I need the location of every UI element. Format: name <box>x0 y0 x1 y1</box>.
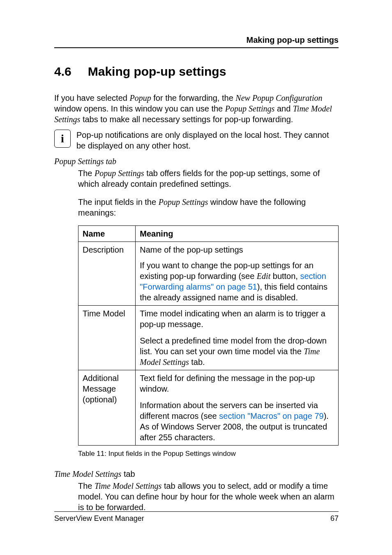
popup-settings-tab-heading: Popup Settings tab <box>54 157 339 166</box>
table-caption: Table 11: Input fields in the Popup Sett… <box>78 450 339 458</box>
table-header-meaning: Meaning <box>136 226 339 242</box>
popup-tab-para1: The Popup Settings tab offers fields for… <box>78 168 339 189</box>
popup-tab-para2: The input fields in the Popup Settings w… <box>78 197 339 218</box>
popup-settings-table: Name Meaning Description Name of the pop… <box>78 225 339 446</box>
table-cell-name: Additional Message (optional) <box>78 370 136 446</box>
table-cell-name: Description <box>78 242 136 258</box>
table-cell-meaning: Name of the pop-up settings <box>136 242 339 258</box>
table-cell-meaning: Time model indicating when an alarm is t… <box>136 306 339 370</box>
table-row: Description Name of the pop-up settings <box>78 242 339 258</box>
table-cell-name-cont <box>78 258 136 306</box>
table-header-row: Name Meaning <box>78 226 339 242</box>
info-icon: i <box>54 130 71 148</box>
info-note: i Pop-up notifications are only displaye… <box>54 130 339 151</box>
time-model-tab-heading: Time Model Settings tab <box>54 469 339 479</box>
table-cell-meaning: If you want to change the pop-up setting… <box>136 258 339 306</box>
footer-left: ServerView Event Manager <box>54 514 144 523</box>
macros-link[interactable]: section "Macros" on page 79 <box>219 411 323 420</box>
info-note-text: Pop-up notifications are only displayed … <box>76 130 339 151</box>
table-row: If you want to change the pop-up setting… <box>78 258 339 306</box>
table-header-name: Name <box>78 226 136 242</box>
footer-page-number: 67 <box>330 514 339 523</box>
table-row: Time Model Time model indicating when an… <box>78 306 339 370</box>
table-row: Additional Message (optional) Text field… <box>78 370 339 446</box>
running-header-text: Making pop-up settings <box>247 35 339 44</box>
table-cell-name: Time Model <box>78 306 136 370</box>
page-footer: ServerView Event Manager 67 <box>54 511 339 523</box>
section-title-text: Making pop-up settings <box>88 65 226 78</box>
time-model-tab-para: The Time Model Settings tab allows you t… <box>78 481 339 513</box>
table-cell-meaning: Text field for defining the message in t… <box>136 370 339 446</box>
page-running-header: Making pop-up settings <box>54 35 339 48</box>
section-heading: 4.6Making pop-up settings <box>54 65 339 79</box>
section-number: 4.6 <box>54 65 71 79</box>
intro-paragraph: If you have selected Popup for the forwa… <box>54 93 339 125</box>
